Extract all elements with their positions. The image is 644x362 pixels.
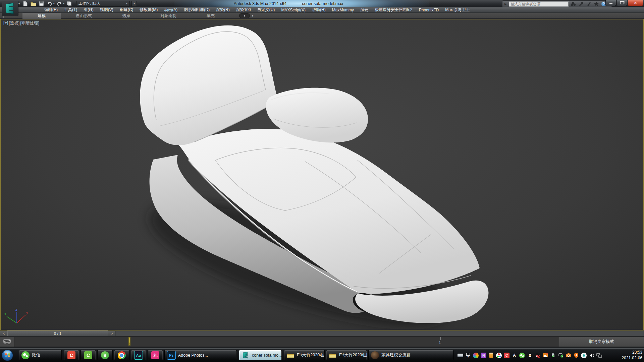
ribbon-tab-populate[interactable]: 填充 <box>192 13 230 19</box>
ribbon-tab-freeform[interactable]: 自由形式 <box>61 13 107 19</box>
taskbar-3dsmax-button[interactable]: coner sofa mo... <box>239 350 282 360</box>
ribbon-minimize-button[interactable]: ▼ <box>239 13 250 18</box>
subscription-wrench-icon[interactable] <box>578 1 584 7</box>
toolbar-overflow-button[interactable]: ▾ <box>131 1 137 7</box>
viewport-general-menu[interactable]: [+] <box>3 20 8 26</box>
menu-edit[interactable]: 编辑(E) <box>44 7 58 13</box>
taskbar-folder1-button[interactable]: E:\天竹2020\国... <box>284 350 325 360</box>
network-status-icon[interactable] <box>596 353 602 358</box>
taskbar-audition-button[interactable]: Au <box>131 350 146 360</box>
menu-antivirus[interactable]: Max 杀毒卫士 <box>445 7 470 13</box>
menu-animation[interactable]: 动画(A) <box>164 7 177 13</box>
usb-eject-icon[interactable] <box>550 353 556 358</box>
viewport-pov-menu[interactable]: [透视] <box>9 20 19 26</box>
menu-modifiers[interactable]: 修改器(M) <box>140 7 158 13</box>
network-signal-icon[interactable] <box>558 353 564 358</box>
game-center-icon[interactable] <box>496 353 502 358</box>
viewport-label: [+] [透视] [明暗处理] <box>3 20 39 26</box>
favorites-star-icon[interactable] <box>594 1 599 7</box>
taskbar-folder2-button[interactable]: E:\天竹2020\国... <box>326 350 367 360</box>
redo-icon[interactable] <box>56 1 63 7</box>
taskbar-chrome-button[interactable] <box>114 350 129 360</box>
new-file-icon[interactable] <box>22 1 29 7</box>
taskbar-camtasia-button[interactable]: C <box>80 350 96 360</box>
wechat-tray-icon[interactable] <box>519 353 525 358</box>
menu-customize[interactable]: 自定义(U) <box>257 7 275 13</box>
menu-group[interactable]: 组(G) <box>84 7 93 13</box>
infocenter-collapse-icon[interactable]: ▶ <box>504 2 507 6</box>
infocenter-search-input[interactable] <box>509 1 569 7</box>
menu-phoenixfd[interactable]: PhoenixFD <box>419 8 439 12</box>
close-button[interactable]: × <box>628 0 643 6</box>
ribbon-bar: 建模 自由形式 选择 对象绘制 填充 ▼ ▾ <box>0 13 644 19</box>
browser-window-tray-icon[interactable] <box>542 353 548 358</box>
acrobat-tray-icon[interactable]: A <box>512 353 517 358</box>
search-binoculars-icon[interactable] <box>571 1 576 7</box>
menu-maxscript[interactable]: MAXScript(X) <box>281 8 306 12</box>
input-keyboard-icon[interactable] <box>458 353 463 358</box>
taskbar-360browser-button[interactable]: e <box>97 350 113 360</box>
taskbar-wechat-button[interactable]: 微信 <box>19 350 62 360</box>
clipper-app-icon[interactable]: N <box>481 353 486 358</box>
next-frame-button[interactable]: > <box>108 330 115 336</box>
menu-views[interactable]: 视图(V) <box>100 7 113 13</box>
ribbon-tab-modeling[interactable]: 建模 <box>22 13 61 19</box>
application-menu-caret[interactable]: ▾ <box>18 2 20 5</box>
camtasia-tray-icon[interactable]: C <box>504 353 509 358</box>
menu-tools[interactable]: 工具(T) <box>64 7 77 13</box>
pinwheel-app-icon[interactable] <box>473 353 479 358</box>
taskbar-wanzi-button[interactable]: 丸 <box>148 350 163 360</box>
open-file-icon[interactable] <box>30 1 37 7</box>
clock-date: 2021-02-06 <box>622 355 642 361</box>
perspective-viewport[interactable]: [+] [透视] [明暗处理] x z y <box>0 19 644 330</box>
taskbar-clock[interactable]: 23:53 2021-02-06 <box>622 350 642 361</box>
qq-blocked-tray-icon[interactable] <box>535 353 540 358</box>
project-folder-icon[interactable] <box>66 1 72 7</box>
eset-tray-icon[interactable]: e <box>581 353 587 358</box>
volume-icon[interactable] <box>589 353 594 358</box>
world-axis-gizmo: x z y <box>3 307 30 328</box>
show-hidden-icons-button[interactable]: ▾ <box>465 353 471 358</box>
chrome-icon <box>118 351 126 359</box>
ribbon-tab-selection[interactable]: 选择 <box>107 13 145 19</box>
communication-pen-icon[interactable] <box>586 1 592 7</box>
workspace-caret-icon: ▾ <box>126 2 127 5</box>
taskbar-photoshop-button[interactable]: Ps Adobe Photos... <box>164 350 237 360</box>
usb-drive-icon[interactable] <box>488 353 494 358</box>
mini-curve-editor-button[interactable] <box>0 337 14 347</box>
restore-button[interactable] <box>616 0 627 6</box>
track-bar[interactable]: 1 取消专家模式 <box>0 337 644 347</box>
menu-graph-editors[interactable]: 图形编辑器(D) <box>184 7 210 13</box>
redo-dropdown-caret[interactable]: ▾ <box>63 2 65 5</box>
menu-help[interactable]: 帮助(H) <box>312 7 326 13</box>
menu-create[interactable]: 创建(C) <box>120 7 133 13</box>
undo-icon[interactable] <box>46 1 53 7</box>
save-icon[interactable] <box>38 1 45 7</box>
taskbar-camtasia-rec-button[interactable]: C <box>64 350 79 360</box>
time-marker-handle[interactable] <box>128 337 130 346</box>
menu-renderbus[interactable]: 渲云 <box>360 7 368 13</box>
security-shield-icon[interactable] <box>573 353 579 358</box>
minimize-button[interactable] <box>605 0 616 6</box>
workspace-selector[interactable]: 工作区: 默认 ▾ <box>76 1 130 7</box>
document-title: coner sofa model.max <box>302 1 343 6</box>
cancel-expert-mode-button[interactable]: 取消专家模式 <box>559 337 644 347</box>
application-menu-button[interactable] <box>2 1 18 16</box>
screenshot-camera-icon[interactable] <box>566 353 571 358</box>
window-controls: × <box>605 0 643 6</box>
start-button[interactable] <box>1 349 13 361</box>
undo-dropdown-caret[interactable]: ▾ <box>53 2 55 5</box>
ribbon-options-caret[interactable]: ▾ <box>252 14 253 17</box>
menu-render100[interactable]: 渲染100 <box>236 7 251 13</box>
viewport-shading-menu[interactable]: [明暗处理] <box>20 20 39 26</box>
menu-rendering[interactable]: 渲染(R) <box>216 7 230 13</box>
menu-slim-archive[interactable]: 极速瘦身安全归档5.2 <box>375 7 413 13</box>
ribbon-tab-object-paint[interactable]: 对象绘制 <box>145 13 192 19</box>
time-slider-track[interactable] <box>115 330 644 336</box>
time-slider-thumb[interactable]: 0 / 1 <box>7 330 108 336</box>
photoshop-label: Adobe Photos... <box>178 353 208 358</box>
previous-frame-button[interactable]: < <box>0 330 7 336</box>
qq-tray-icon[interactable] <box>527 353 533 358</box>
menu-maxmummy[interactable]: MaxMummy <box>332 8 354 12</box>
taskbar-qq-group-button[interactable]: 家具建模交流群 <box>368 350 453 360</box>
